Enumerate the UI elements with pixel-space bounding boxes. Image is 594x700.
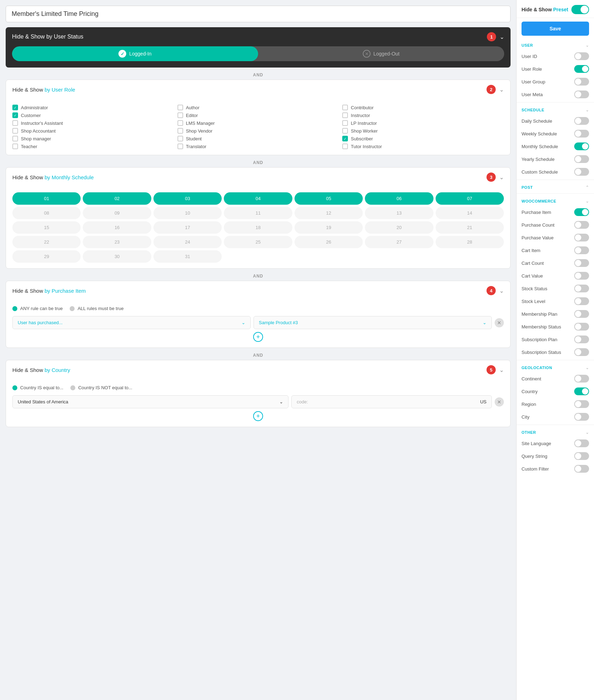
page-title-input[interactable] [6, 6, 511, 22]
cal-day-15[interactable]: 15 [12, 221, 81, 234]
purchase-item-chevron[interactable]: ⌄ [499, 287, 504, 294]
cal-day-13[interactable]: 13 [365, 207, 433, 219]
cart-item-toggle[interactable] [574, 246, 589, 254]
user-role-toggle[interactable] [574, 65, 589, 73]
cal-day-10[interactable]: 10 [153, 207, 222, 219]
weekly-schedule-toggle[interactable] [574, 130, 589, 138]
purchase-value-toggle[interactable] [574, 234, 589, 241]
subscription-status-toggle[interactable] [574, 348, 589, 356]
membership-plan-toggle[interactable] [574, 310, 589, 318]
role-teacher[interactable]: Teacher [12, 144, 174, 149]
role-translator[interactable]: Translator [177, 144, 339, 149]
cal-day-24[interactable]: 24 [153, 236, 222, 248]
right-user-section-header[interactable]: USER ⌄ [517, 39, 594, 50]
role-instructors-assistant[interactable]: Instructor's Assistant [12, 120, 174, 126]
role-lms-manager[interactable]: LMS Manager [177, 120, 339, 126]
role-subscriber[interactable]: ✓ Subscriber [342, 136, 504, 141]
cal-day-06[interactable]: 06 [365, 192, 433, 205]
subscription-plan-toggle[interactable] [574, 336, 589, 343]
role-shop-manager[interactable]: Shop manager [12, 136, 174, 141]
any-rule-option[interactable]: ANY rule can be true [12, 306, 63, 311]
country-chevron[interactable]: ⌄ [499, 367, 504, 373]
monthly-schedule-chevron[interactable]: ⌄ [499, 174, 504, 181]
monthly-schedule-header[interactable]: Hide & Show by Monthly Schedule 3 ⌄ [6, 168, 510, 187]
daily-schedule-toggle[interactable] [574, 117, 589, 125]
cal-day-11[interactable]: 11 [224, 207, 292, 219]
country-is-option[interactable]: Country IS equal to... [12, 385, 63, 390]
city-toggle[interactable] [574, 413, 589, 421]
role-contributor[interactable]: Contributor [342, 105, 504, 110]
purchase-condition-select[interactable]: User has purchased... ⌄ [12, 316, 251, 329]
country-not-option[interactable]: Country IS NOT equal to... [70, 385, 132, 390]
cart-count-toggle[interactable] [574, 259, 589, 267]
cal-day-22[interactable]: 22 [12, 236, 81, 248]
cal-day-18[interactable]: 18 [224, 221, 292, 234]
cal-day-31[interactable]: 31 [153, 250, 222, 263]
cal-day-03[interactable]: 03 [153, 192, 222, 205]
cal-day-20[interactable]: 20 [365, 221, 433, 234]
query-string-toggle[interactable] [574, 452, 589, 460]
cal-day-29[interactable]: 29 [12, 250, 81, 263]
monthly-schedule-toggle[interactable] [574, 142, 589, 150]
cal-day-25[interactable]: 25 [224, 236, 292, 248]
membership-status-toggle[interactable] [574, 323, 589, 331]
cal-day-01[interactable]: 01 [12, 192, 81, 205]
user-id-toggle[interactable] [574, 52, 589, 60]
cal-day-09[interactable]: 09 [83, 207, 151, 219]
country-code-input[interactable]: code: US [291, 395, 492, 408]
purchase-count-toggle[interactable] [574, 221, 589, 229]
right-post-section-header[interactable]: POST ⌃ [517, 181, 594, 192]
remove-country-rule-button[interactable]: ✕ [495, 397, 504, 407]
cal-day-28[interactable]: 28 [436, 236, 504, 248]
purchase-item-header[interactable]: Hide & Show by Purchase Item 4 ⌄ [6, 281, 510, 300]
cal-day-23[interactable]: 23 [83, 236, 151, 248]
user-status-chevron[interactable]: ⌄ [500, 34, 504, 40]
role-instructor[interactable]: Instructor [342, 112, 504, 118]
cal-day-05[interactable]: 05 [295, 192, 363, 205]
cal-day-26[interactable]: 26 [295, 236, 363, 248]
role-shop-accountant[interactable]: Shop Accountant [12, 128, 174, 134]
cal-day-12[interactable]: 12 [295, 207, 363, 219]
role-shop-vendor[interactable]: Shop Vendor [177, 128, 339, 134]
cal-day-27[interactable]: 27 [365, 236, 433, 248]
cal-day-07[interactable]: 07 [436, 192, 504, 205]
purchase-product-select[interactable]: Sample Product #3 ⌄ [254, 316, 492, 329]
yearly-schedule-toggle[interactable] [574, 155, 589, 163]
cal-day-21[interactable]: 21 [436, 221, 504, 234]
role-administrator[interactable]: ✓ Administrator [12, 105, 174, 110]
cart-value-toggle[interactable] [574, 272, 589, 280]
role-shop-worker[interactable]: Shop Worker [342, 128, 504, 134]
role-lp-instructor[interactable]: LP Instructor [342, 120, 504, 126]
custom-schedule-toggle[interactable] [574, 168, 589, 176]
stock-status-toggle[interactable] [574, 285, 589, 292]
right-other-section-header[interactable]: OTHER ⌄ [517, 426, 594, 437]
cal-day-04[interactable]: 04 [224, 192, 292, 205]
custom-filter-toggle[interactable] [574, 465, 589, 473]
cal-day-08[interactable]: 08 [12, 207, 81, 219]
site-language-toggle[interactable] [574, 439, 589, 447]
add-country-rule-button[interactable]: + [253, 411, 263, 421]
preset-toggle[interactable] [571, 5, 589, 14]
user-meta-toggle[interactable] [574, 91, 589, 98]
user-role-chevron[interactable]: ⌄ [499, 86, 504, 93]
cal-day-16[interactable]: 16 [83, 221, 151, 234]
region-toggle[interactable] [574, 400, 589, 408]
cal-day-19[interactable]: 19 [295, 221, 363, 234]
role-author[interactable]: Author [177, 105, 339, 110]
country-header[interactable]: Hide & Show by Country 5 ⌄ [6, 360, 510, 379]
cal-day-30[interactable]: 30 [83, 250, 151, 263]
logged-out-tab[interactable]: ✕ Logged-Out [258, 46, 504, 61]
add-purchase-rule-button[interactable]: + [253, 332, 263, 342]
role-customer[interactable]: ✓ Customer [12, 112, 174, 118]
cal-day-02[interactable]: 02 [83, 192, 151, 205]
role-editor[interactable]: Editor [177, 112, 339, 118]
role-tutor-instructor[interactable]: Tutor Instructor [342, 144, 504, 149]
user-group-toggle[interactable] [574, 78, 589, 86]
purchase-item-toggle[interactable] [574, 208, 589, 216]
right-schedule-section-header[interactable]: SCHEDULE ⌄ [517, 104, 594, 115]
country-toggle[interactable] [574, 387, 589, 395]
all-rule-option[interactable]: ALL rules must be true [70, 306, 123, 311]
user-role-header[interactable]: Hide & Show by User Role 2 ⌄ [6, 80, 510, 99]
save-button[interactable]: Save [522, 22, 589, 36]
right-geo-section-header[interactable]: GEOLOCATION ⌄ [517, 362, 594, 372]
